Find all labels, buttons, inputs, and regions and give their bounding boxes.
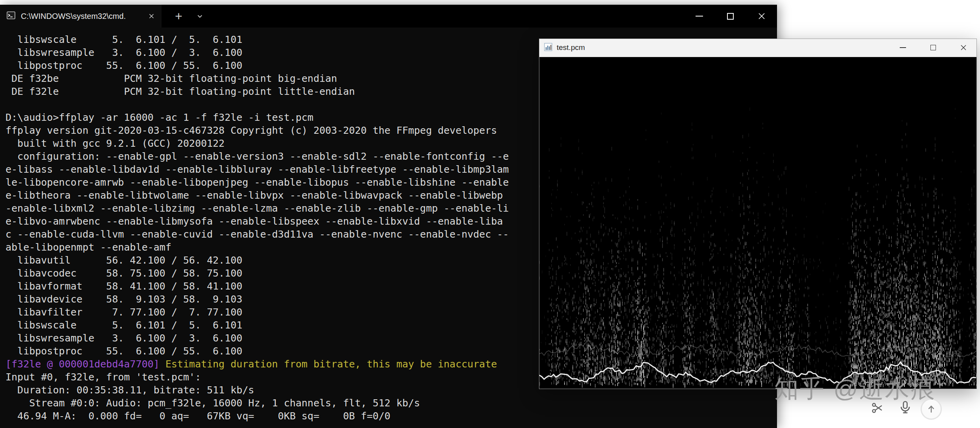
- arrow-up-icon: [926, 404, 936, 414]
- terminal-close-button[interactable]: [746, 5, 777, 28]
- terminal-tab-title: C:\WINDOWS\system32\cmd.: [21, 12, 143, 21]
- watermark-text: 知乎 @逝水痕: [774, 372, 936, 405]
- terminal-tab[interactable]: C:\WINDOWS\system32\cmd.: [0, 5, 161, 28]
- terminal-output-before: libswscale 5. 6.101 / 5. 6.101 libswresa…: [6, 34, 509, 357]
- chevron-down-icon: [196, 13, 203, 20]
- titlebar-drag-area[interactable]: [209, 5, 684, 28]
- pcm-minimize-button[interactable]: [890, 39, 916, 57]
- pcm-window-title: test.pcm: [557, 43, 585, 52]
- spectrogram-canvas[interactable]: [539, 57, 976, 389]
- minimize-icon: [900, 47, 906, 48]
- page-background: C:\WINDOWS\system32\cmd. +: [0, 0, 980, 428]
- pcm-app-icon: [544, 43, 552, 53]
- terminal-titlebar[interactable]: C:\WINDOWS\system32\cmd. +: [0, 5, 777, 28]
- pcm-player-window: test.pcm: [539, 39, 977, 389]
- close-icon: [960, 44, 967, 52]
- terminal-warning-tag: [f32le @ 000001debd4a7700]: [6, 358, 159, 370]
- cmd-icon: [6, 11, 16, 22]
- close-icon: [757, 12, 766, 20]
- pcm-close-button[interactable]: [950, 39, 976, 57]
- tab-dropdown-button[interactable]: [191, 5, 209, 28]
- pcm-video-area[interactable]: [539, 57, 976, 389]
- terminal-minimize-button[interactable]: [684, 5, 715, 28]
- terminal-output-after: Input #0, f32le, from 'test.pcm': Durati…: [6, 371, 420, 422]
- maximize-icon: [930, 45, 936, 50]
- maximize-icon: [727, 13, 734, 20]
- terminal-warning-message: Estimating duration from bitrate, this m…: [159, 358, 497, 370]
- pcm-maximize-button[interactable]: [920, 39, 946, 57]
- pcm-titlebar[interactable]: test.pcm: [539, 39, 976, 57]
- tab-close-icon[interactable]: [148, 13, 155, 19]
- terminal-maximize-button[interactable]: [715, 5, 746, 28]
- new-tab-button[interactable]: +: [170, 5, 187, 28]
- minimize-icon: [696, 16, 703, 17]
